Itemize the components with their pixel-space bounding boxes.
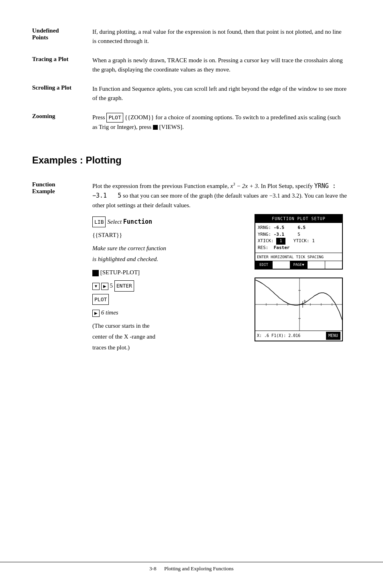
menu-label[interactable]: MENU bbox=[326, 332, 340, 340]
example-row: FunctionExample Plot the expression from… bbox=[32, 178, 351, 361]
plot-key-2: PLOT bbox=[92, 294, 109, 305]
step-4: [SETUP-PLOT] bbox=[92, 267, 247, 278]
example-table: FunctionExample Plot the expression from… bbox=[32, 178, 351, 361]
example-screens: FUNCTION PLOT SETUP XRNG: -6.5 6.5 YRNG:… bbox=[255, 214, 347, 355]
step8-text: (The cursor starts in thecenter of the X… bbox=[92, 323, 155, 351]
screen-footer: ENTER HORIZONTAL TICK SPACING bbox=[255, 253, 342, 261]
def-row-undefined: UndefinedPoints If, during plotting, a r… bbox=[32, 24, 351, 53]
screen-spacer bbox=[255, 270, 347, 278]
screen-line-1: XRNG: -6.5 6.5 bbox=[258, 225, 340, 231]
btn-blank2 bbox=[308, 261, 325, 268]
step-3: Make sure the correct functionis highlig… bbox=[92, 243, 247, 265]
screen-buttons: EDIT PAGE▼ bbox=[255, 261, 342, 268]
btn-blank3 bbox=[325, 261, 342, 268]
expression: x3 − 2x + 3 bbox=[230, 183, 258, 189]
def-row-scrolling: Scrolling a Plot In Function and Sequenc… bbox=[32, 81, 351, 110]
arrow-down-key: ▼ bbox=[92, 283, 100, 290]
term-undefined: UndefinedPoints bbox=[32, 24, 92, 53]
yrng-spec: YRNG : −3.1 5 bbox=[92, 182, 336, 199]
step-8: (The cursor starts in thecenter of the X… bbox=[92, 321, 247, 353]
footer-title: Plotting and Exploring Functions bbox=[164, 566, 234, 572]
term-scrolling: Scrolling a Plot bbox=[32, 81, 92, 110]
step-6: PLOT bbox=[92, 294, 247, 305]
graph-svg: + bbox=[255, 278, 342, 331]
arrow-right-key: ▶ bbox=[101, 283, 108, 290]
desc-undefined: If, during plotting, a real value for th… bbox=[92, 24, 351, 53]
step-2: {{START}} bbox=[92, 230, 247, 241]
desc-scrolling: In Function and Sequence aplets, you can… bbox=[92, 81, 351, 110]
footer-page: 3-8 bbox=[149, 566, 156, 572]
step-1: LIB Select Function bbox=[92, 216, 247, 227]
arrow-right-key-2: ▶ bbox=[92, 310, 100, 317]
page-footer: 3-8 Plotting and Exploring Functions bbox=[0, 562, 383, 572]
desc-tracing: When a graph is newly drawn, TRACE mode … bbox=[92, 53, 351, 81]
step-7: ▶ 6 times bbox=[92, 307, 247, 318]
screen-line-4: RES: Faster bbox=[258, 245, 340, 251]
x-label: X: .6 bbox=[257, 333, 269, 339]
desc-function-example: Plot the expression from the previous Fu… bbox=[92, 178, 351, 361]
def-row-zooming: Zooming Press PLOT {{ZOOM}} for a choice… bbox=[32, 110, 351, 139]
function-label: Function bbox=[123, 218, 152, 225]
btn-edit[interactable]: EDIT bbox=[255, 261, 273, 268]
step5-text: 5 bbox=[110, 282, 114, 289]
lib-key: LIB bbox=[92, 216, 106, 227]
term-tracing: Tracing a Plot bbox=[32, 53, 92, 81]
def-row-tracing: Tracing a Plot When a graph is newly dra… bbox=[32, 53, 351, 81]
btn-blank1 bbox=[273, 261, 290, 268]
start-label: {{START}} bbox=[92, 232, 122, 238]
screen-line-3: XTICK: 1 YTICK: 1 bbox=[258, 238, 340, 245]
screen-title: FUNCTION PLOT SETUP bbox=[255, 215, 342, 223]
step-5: ▼ ▶ 5 ENTER bbox=[92, 280, 247, 291]
views-key-icon bbox=[153, 125, 158, 130]
enter-key: ENTER bbox=[114, 280, 134, 291]
plot-key: PLOT bbox=[106, 113, 123, 122]
btn-page[interactable]: PAGE▼ bbox=[290, 261, 308, 268]
example-intro: Plot the expression from the previous Fu… bbox=[92, 181, 347, 210]
graph-curve bbox=[255, 280, 342, 324]
graph-footer: X: .6 F1(X): 2.016 MENU bbox=[255, 331, 342, 341]
plot-setup-screen: FUNCTION PLOT SETUP XRNG: -6.5 6.5 YRNG:… bbox=[255, 214, 343, 270]
term-zooming: Zooming bbox=[32, 110, 92, 139]
graph-area: + bbox=[255, 278, 342, 331]
desc-zooming: Press PLOT {{ZOOM}} for a choice of zoom… bbox=[92, 110, 351, 139]
step7-text: 6 times bbox=[101, 309, 118, 316]
step1-text: Select bbox=[107, 218, 123, 225]
definitions-table: UndefinedPoints If, during plotting, a r… bbox=[32, 24, 351, 139]
step3-text: Make sure the correct functionis highlig… bbox=[92, 245, 166, 262]
f-label: F1(X): 2.016 bbox=[271, 333, 300, 339]
screen-body: XRNG: -6.5 6.5 YRNG: -3.1 5 XTICK: 1 YTI… bbox=[255, 223, 342, 253]
term-function-example: FunctionExample bbox=[32, 178, 92, 361]
svg-text:+: + bbox=[304, 299, 306, 303]
setup-key-icon bbox=[92, 270, 99, 276]
section-title: Examples : Plotting bbox=[32, 155, 351, 166]
example-steps: LIB Select Function {{START}} Make sure … bbox=[92, 214, 247, 355]
setup-plot-label: [SETUP-PLOT] bbox=[100, 269, 140, 276]
example-content-row: LIB Select Function {{START}} Make sure … bbox=[92, 214, 347, 355]
graph-screen: + X: .6 F1(X): 2.016 MENU bbox=[255, 278, 343, 341]
screen-line-2: YRNG: -3.1 5 bbox=[258, 231, 340, 238]
